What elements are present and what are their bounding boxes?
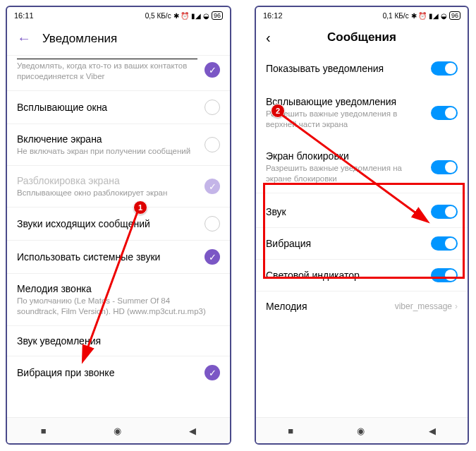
radio-empty-icon[interactable] <box>205 137 220 152</box>
row-screen-on[interactable]: Включение экранаНе включать экран при по… <box>7 124 230 165</box>
toggle-on-icon[interactable] <box>431 205 458 219</box>
nav-back-icon[interactable]: ◀ <box>189 426 196 436</box>
toggle-on-icon[interactable] <box>431 106 458 120</box>
nav-recent-icon[interactable]: ■ <box>41 426 47 436</box>
status-time: 16:12 <box>263 11 283 20</box>
check-icon[interactable]: ✓ <box>205 249 220 265</box>
row-popup[interactable]: Всплывающие окна <box>7 90 230 124</box>
toggle-on-icon[interactable] <box>431 61 458 76</box>
settings-list: Показывать уведомления Всплывающие уведо… <box>256 53 468 321</box>
nav-recent-icon[interactable]: ■ <box>288 426 293 436</box>
header: ← Уведомления <box>7 23 230 55</box>
row-melody[interactable]: Мелодия viber_message › <box>256 291 468 321</box>
nav-bar: ■ ◉ ◀ <box>256 417 468 443</box>
nav-bar: ■ ◉ ◀ <box>7 417 230 443</box>
row-vibration[interactable]: Вибрация <box>256 227 468 259</box>
back-icon[interactable]: ‹ <box>266 30 271 46</box>
row-popup-notif[interactable]: Всплывающие уведомленияРазрешить важные … <box>256 84 468 138</box>
status-bar: 16:11 0,5 КБ/с ✱ ⏰ ▮◢ ◒ 96 <box>7 7 230 23</box>
radio-empty-icon[interactable] <box>205 100 220 115</box>
back-icon[interactable]: ← <box>17 30 31 47</box>
toggle-on-icon[interactable] <box>431 268 458 282</box>
toggle-on-icon[interactable] <box>431 160 458 174</box>
row-vibrate-call[interactable]: Вибрация при звонке ✓ <box>7 356 230 389</box>
chevron-right-icon: › <box>455 301 458 311</box>
row-contact-join[interactable]: Уведомлять, когда кто-то из ваших контак… <box>7 55 230 90</box>
check-icon[interactable]: ✓ <box>205 365 220 380</box>
row-led[interactable]: Световой индикатор <box>256 259 468 291</box>
row-ringtone[interactable]: Мелодия звонкаПо умолчанию (Le Matos - S… <box>7 273 230 325</box>
check-icon: ✓ <box>205 179 220 194</box>
row-lock-screen[interactable]: Экран блокировкиРазрешить важные уведомл… <box>256 138 468 193</box>
page-title: Уведомления <box>42 32 117 46</box>
toggle-on-icon[interactable] <box>431 236 458 251</box>
status-time: 16:11 <box>14 11 34 20</box>
status-right: 0,5 КБ/с ✱ ⏰ ▮◢ ◒ 96 <box>145 11 223 20</box>
settings-list: Уведомлять, когда кто-то из ваших контак… <box>7 55 230 389</box>
nav-back-icon[interactable]: ◀ <box>429 426 436 436</box>
nav-home-icon[interactable]: ◉ <box>114 426 121 436</box>
row-notification-sound[interactable]: Звук уведомления <box>7 325 230 356</box>
row-unlock: Разблокировка экранаВсплывающее окно раз… <box>7 165 230 207</box>
page-title: Сообщения <box>327 30 396 44</box>
check-icon[interactable]: ✓ <box>205 62 220 78</box>
melody-value: viber_message › <box>395 301 458 311</box>
nav-home-icon[interactable]: ◉ <box>357 426 365 436</box>
status-right: 0,1 КБ/с ✱ ⏰ ▮◢ ◒ 96 <box>383 11 460 20</box>
row-show-notif[interactable]: Показывать уведомления <box>256 53 468 84</box>
header: ‹ Сообщения <box>256 23 468 53</box>
radio-empty-icon[interactable] <box>205 216 220 231</box>
row-outgoing-sounds[interactable]: Звуки исходящих сообщений <box>7 207 230 240</box>
phone-left: 16:11 0,5 КБ/с ✱ ⏰ ▮◢ ◒ 96 ← Уведомления… <box>6 6 231 445</box>
phone-right: 16:12 0,1 КБ/с ✱ ⏰ ▮◢ ◒ 96 ‹ Сообщения П… <box>255 6 469 445</box>
row-sound[interactable]: Звук <box>256 193 468 227</box>
status-bar: 16:12 0,1 КБ/с ✱ ⏰ ▮◢ ◒ 96 <box>256 7 468 23</box>
row-system-sounds[interactable]: Использовать системные звуки ✓ <box>7 240 230 273</box>
